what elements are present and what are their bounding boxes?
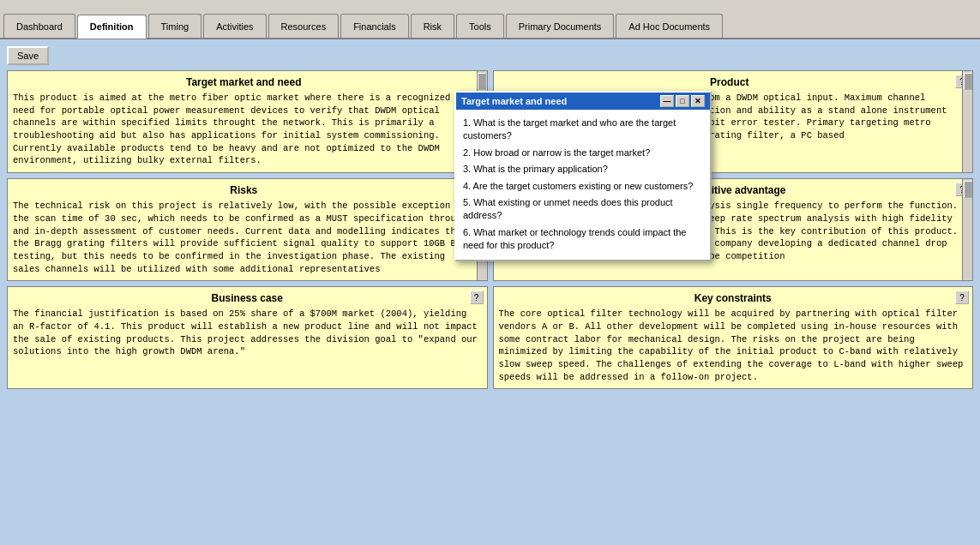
panel-risks-scroll: The technical risk on this project is re… bbox=[13, 200, 475, 275]
panel-product-title: Product bbox=[499, 76, 961, 88]
tab-risk[interactable]: Risk bbox=[411, 14, 454, 38]
popup-question-1: 1. What is the target market and who are… bbox=[463, 117, 703, 143]
panel-business-case-text: The financial justification is based on … bbox=[13, 308, 482, 358]
panel-key-constraints-text: The core optical filter technology will … bbox=[499, 308, 968, 383]
tab-definition[interactable]: Definition bbox=[77, 15, 147, 39]
panel-target-market: Target market and need This product is a… bbox=[7, 70, 488, 173]
popup-titlebar: Target market and need — □ ✕ bbox=[456, 93, 710, 110]
tab-bar: Dashboard Definition Timing Activities R… bbox=[0, 0, 980, 39]
panel-target-market-title: Target market and need bbox=[13, 76, 475, 88]
panel-business-case-scroll: The financial justification is based on … bbox=[13, 308, 482, 358]
competitive-advantage-scrollbar[interactable] bbox=[962, 179, 972, 280]
popup-question-4: 4. Are the target customers existing or … bbox=[463, 180, 703, 193]
tab-activities[interactable]: Activities bbox=[203, 14, 266, 38]
target-market-scrollbar-thumb bbox=[478, 73, 486, 90]
popup-question-3: 3. What is the primary application? bbox=[463, 163, 703, 176]
popup-question-2: 2. How broad or narrow is the target mar… bbox=[463, 147, 703, 159]
bot-row: Business case ? The financial justificat… bbox=[7, 286, 973, 389]
popup-close-button[interactable]: ✕ bbox=[691, 95, 705, 107]
popup-title: Target market and need bbox=[461, 96, 660, 106]
popup-controls: — □ ✕ bbox=[660, 95, 705, 107]
tab-resources[interactable]: Resources bbox=[268, 14, 340, 38]
panel-risks-text: The technical risk on this project is re… bbox=[13, 200, 475, 275]
panel-key-constraints-scroll: The core optical filter technology will … bbox=[499, 308, 968, 383]
tab-financials[interactable]: Financials bbox=[340, 14, 409, 38]
competitive-advantage-scrollbar-thumb bbox=[964, 181, 972, 198]
popup-question-5: 5. What existing or unmet needs does thi… bbox=[463, 196, 703, 223]
tab-primary-documents[interactable]: Primary Documents bbox=[506, 14, 615, 38]
product-scrollbar-thumb bbox=[964, 73, 972, 90]
panel-target-market-text: This product is aimed at the metro fiber… bbox=[13, 92, 475, 167]
panel-key-constraints-title: Key constraints bbox=[499, 292, 968, 304]
popup-content: 1. What is the target market and who are… bbox=[456, 110, 710, 260]
tab-ad-hoc-documents[interactable]: Ad Hoc Documents bbox=[616, 14, 723, 38]
panel-business-case: Business case ? The financial justificat… bbox=[7, 286, 488, 389]
popup-question-6: 6. What market or technology trends coul… bbox=[463, 226, 703, 253]
panel-key-constraints: Key constraints ? The core optical filte… bbox=[493, 286, 974, 389]
panel-target-market-scroll: This product is aimed at the metro fiber… bbox=[13, 92, 475, 167]
popup-minimize-button[interactable]: — bbox=[660, 95, 674, 107]
panel-business-case-title: Business case bbox=[13, 292, 482, 304]
tab-tools[interactable]: Tools bbox=[456, 14, 504, 38]
panel-risks: Risks The technical risk on this project… bbox=[7, 178, 488, 281]
panel-key-constraints-help[interactable]: ? bbox=[955, 290, 969, 304]
panel-business-case-help[interactable]: ? bbox=[470, 290, 484, 304]
popup-restore-button[interactable]: □ bbox=[676, 95, 689, 107]
main-content: Save Target market and need This product… bbox=[0, 39, 980, 545]
tab-dashboard[interactable]: Dashboard bbox=[3, 14, 75, 38]
popup-dialog: Target market and need — □ ✕ 1. What is … bbox=[454, 91, 712, 261]
tab-timing[interactable]: Timing bbox=[148, 14, 202, 38]
panel-risks-title: Risks bbox=[13, 184, 475, 196]
save-button[interactable]: Save bbox=[7, 46, 49, 65]
product-scrollbar[interactable] bbox=[962, 71, 972, 172]
